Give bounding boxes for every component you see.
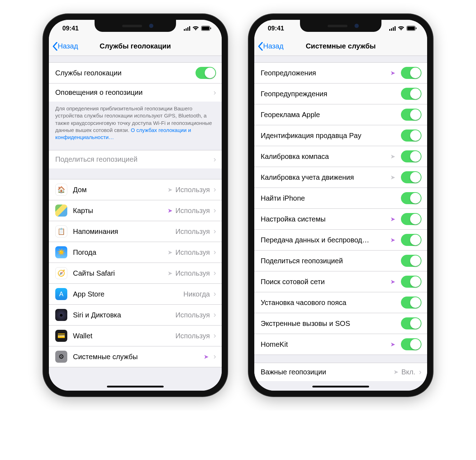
cell-label: Оповещения о геопозиции [55, 88, 211, 97]
app-label: App Store [73, 290, 183, 298]
service-cell[interactable]: Идентификация продавца Pay [254, 125, 427, 146]
app-label: Погода [73, 248, 168, 257]
svg-rect-4 [407, 27, 415, 30]
back-button[interactable]: Назад [49, 42, 78, 51]
app-label: Wallet [73, 332, 175, 340]
service-cell[interactable]: Калибровка компаса➤ [254, 146, 427, 167]
service-cell[interactable]: Поиск сотовой сети➤ [254, 271, 427, 292]
service-cell[interactable]: Геопредупреждения [254, 83, 427, 104]
toggle-switch[interactable] [401, 67, 421, 79]
chevron-right-icon: › [419, 368, 421, 377]
chevron-right-icon: › [214, 269, 216, 278]
location-arrow-icon: ➤ [168, 186, 172, 194]
service-cell[interactable]: Установка часового пояса [254, 292, 427, 313]
content[interactable]: Службы геолокации Оповещения о геопозици… [49, 56, 222, 391]
app-cell[interactable]: 🧭Сайты Safari➤Используя› [49, 263, 222, 283]
app-cell[interactable]: Карты➤Используя› [49, 200, 222, 221]
chevron-right-icon: › [214, 227, 216, 236]
home-indicator[interactable] [107, 386, 164, 387]
app-cell[interactable]: ☀️Погода➤Используя› [49, 242, 222, 263]
chevron-right-icon: › [214, 310, 216, 320]
service-cell[interactable]: Геореклама Apple [254, 104, 427, 125]
content[interactable]: Геопредложения➤ГеопредупрежденияГеорекла… [254, 56, 427, 391]
service-label: Передача данных и беспровод… [261, 236, 390, 244]
app-cell[interactable]: AApp StoreНикогда› [49, 283, 222, 304]
location-services-toggle-cell[interactable]: Службы геолокации [49, 62, 222, 83]
toggle-switch[interactable] [401, 338, 421, 350]
chevron-right-icon: › [214, 331, 216, 340]
service-cell[interactable]: HomeKit➤ [254, 334, 427, 355]
back-label: Назад [263, 42, 283, 50]
location-arrow-icon: ➤ [390, 236, 395, 244]
toggle-switch[interactable] [401, 192, 421, 204]
app-icon: ☀️ [55, 246, 67, 258]
toggle-switch[interactable] [401, 213, 421, 225]
app-status: Используя [175, 311, 210, 319]
chevron-right-icon: › [214, 155, 216, 164]
toggle-switch[interactable] [401, 234, 421, 246]
toggle-switch[interactable] [401, 150, 421, 162]
app-status: Используя [175, 186, 210, 194]
location-arrow-icon: ➤ [390, 153, 395, 160]
service-cell[interactable]: Экстренные вызовы и SOS [254, 313, 427, 334]
app-cell[interactable]: 💳WalletИспользуя› [49, 325, 222, 346]
app-cell[interactable]: ●Siri и ДиктовкаИспользуя› [49, 304, 222, 325]
toggle-switch[interactable] [401, 88, 421, 100]
cellular-icon [184, 26, 191, 31]
toggle-switch[interactable] [401, 255, 421, 267]
status-time: 09:41 [268, 25, 284, 32]
app-status: Используя [175, 248, 210, 257]
service-label: HomeKit [261, 340, 390, 349]
service-label: Калибровка учета движения [261, 173, 390, 182]
app-label: Системные службы [73, 353, 204, 361]
chevron-right-icon: › [214, 352, 216, 361]
status-icons [184, 26, 211, 31]
app-cell[interactable]: 🏠Дом➤Используя› [49, 179, 222, 200]
service-cell[interactable]: Геопредложения➤ [254, 62, 427, 83]
toggle-switch[interactable] [401, 109, 421, 121]
app-icon: 💳 [55, 330, 67, 342]
services-list: Геопредложения➤ГеопредупрежденияГеорекла… [254, 62, 427, 355]
cell-label: Поделиться геопозицией [55, 155, 211, 163]
app-status: Никогда [183, 290, 210, 298]
service-label: Поиск сотовой сети [261, 278, 390, 286]
service-cell[interactable]: Калибровка учета движения➤ [254, 167, 427, 188]
app-icon: 🏠 [55, 184, 67, 196]
nav-bar: Назад Службы геолокации [49, 37, 222, 56]
location-arrow-icon: ➤ [168, 207, 172, 214]
service-label: Геопредупреждения [261, 90, 398, 98]
location-arrow-icon: ➤ [393, 368, 398, 376]
app-cell[interactable]: ⚙Системные службы➤› [49, 346, 222, 367]
toggle-switch[interactable] [401, 171, 421, 183]
share-location-cell[interactable]: Поделиться геопозицией › [49, 150, 222, 168]
location-arrow-icon: ➤ [390, 341, 395, 348]
location-arrow-icon: ➤ [168, 249, 172, 256]
app-icon: 🧭 [55, 267, 67, 279]
location-alerts-cell[interactable]: Оповещения о геопозиции › [49, 83, 222, 102]
home-indicator[interactable] [312, 386, 369, 387]
app-label: Дом [73, 186, 168, 194]
chevron-right-icon: › [214, 88, 216, 97]
service-cell[interactable]: Передача данных и беспровод…➤ [254, 229, 427, 250]
app-status: Используя [175, 332, 210, 340]
service-label: Геопредложения [261, 69, 390, 77]
cell-value: Вкл. [401, 368, 415, 376]
toggle-switch[interactable] [401, 130, 421, 142]
location-arrow-icon: ➤ [390, 69, 395, 77]
status-time: 09:41 [62, 25, 79, 32]
app-label: Сайты Safari [73, 269, 168, 277]
service-cell[interactable]: Настройка системы➤ [254, 208, 427, 229]
significant-locations-cell[interactable]: Важные геопозиции ➤ Вкл. › [254, 363, 427, 381]
back-button[interactable]: Назад [254, 42, 283, 51]
toggle-switch[interactable] [401, 297, 421, 309]
back-label: Назад [58, 42, 78, 50]
service-cell[interactable]: Найти iPhone [254, 188, 427, 208]
footer-text: Для определения приблизительной геопозиц… [49, 102, 222, 146]
notch [300, 20, 381, 32]
toggle-switch[interactable] [401, 317, 421, 329]
toggle-switch[interactable] [401, 276, 421, 288]
service-cell[interactable]: Поделиться геопозицией [254, 250, 427, 271]
toggle-switch[interactable] [196, 67, 216, 79]
chevron-right-icon: › [214, 289, 216, 299]
app-cell[interactable]: 📋НапоминанияИспользуя› [49, 221, 222, 242]
